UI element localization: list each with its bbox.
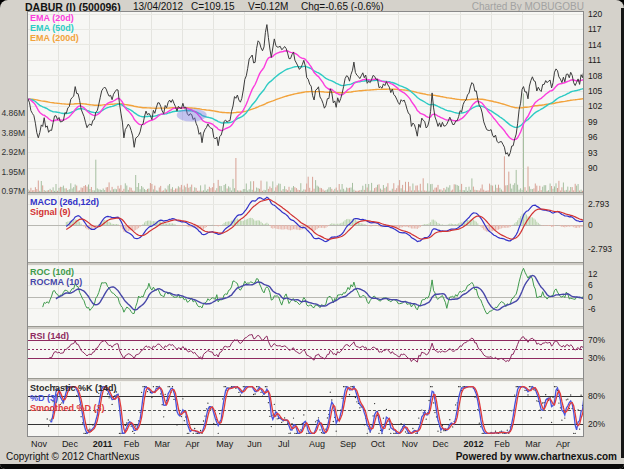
- stochastic-panel[interactable]: Stochastic %K (14d)%D (3)Smoothed %D (3): [28, 382, 584, 436]
- y-tick-label: -2.793: [588, 244, 612, 254]
- quote-change: Chg=-0.65 (-0.6%): [301, 1, 384, 12]
- legend-ema-50d-: EMA (50d): [30, 23, 79, 33]
- y-tick-label: 102: [588, 101, 602, 111]
- x-tick-label-apr: Apr: [185, 439, 199, 449]
- x-tick-label-2011: 2011: [93, 439, 113, 449]
- x-tick-label-nov: Nov: [31, 439, 47, 449]
- y-tick-label: 99: [588, 117, 597, 127]
- volume-tick-label: 2.92M: [0, 147, 25, 157]
- y-tick-label: 105: [588, 86, 602, 96]
- x-tick-label-dec: Dec: [62, 439, 78, 449]
- quote-volume: V=0.12M: [248, 1, 288, 12]
- window-bottom-edge: [0, 464, 624, 469]
- y-tick-label: 120: [588, 9, 602, 19]
- x-tick-label-mar: Mar: [525, 439, 541, 449]
- y-tick-label: 80%: [588, 391, 605, 401]
- y-tick-label: 0: [588, 292, 593, 302]
- chart-header: DABUR (I) (500096) 13/04/2012 C=109.15 V…: [0, 0, 624, 12]
- x-tick-label-jul: Jul: [278, 439, 290, 449]
- y-tick-label: 108: [588, 71, 602, 81]
- y-tick-label: -6: [588, 304, 596, 314]
- x-tick-label-dec: Dec: [433, 439, 449, 449]
- rsi-chart: [28, 330, 584, 378]
- y-tick-label: 90: [588, 163, 597, 173]
- x-tick-label-jun: Jun: [247, 439, 262, 449]
- macd-chart: [28, 196, 584, 262]
- x-tick-label-feb: Feb: [124, 439, 140, 449]
- y-tick-label: 93: [588, 148, 597, 158]
- roc-chart: [28, 266, 584, 326]
- y-tick-label: 117: [588, 24, 602, 34]
- legend-stochastic-k-14d-: Stochastic %K (14d): [30, 383, 117, 393]
- x-tick-label-oct: Oct: [371, 439, 385, 449]
- x-tick-label-sep: Sep: [340, 439, 356, 449]
- macd-legend: MACD (26d,12d)Signal (9): [30, 197, 99, 217]
- volume-tick-label: 0.97M: [0, 186, 25, 196]
- legend-smoothed-d-3-: Smoothed %D (3): [30, 403, 117, 413]
- legend-rsi-14d-: RSI (14d): [30, 331, 69, 341]
- x-tick-label-apr: Apr: [556, 439, 570, 449]
- x-tick-label-mar: Mar: [155, 439, 171, 449]
- panel-splitter[interactable]: [28, 378, 584, 382]
- quote-close: C=109.15: [191, 1, 235, 12]
- legend-roc-10d-: ROC (10d): [30, 267, 82, 277]
- y-tick-label: 114: [588, 40, 602, 50]
- legend--d-3-: %D (3): [30, 393, 117, 403]
- legend-ema-200d-: EMA (200d): [30, 33, 79, 43]
- stochastic-legend: Stochastic %K (14d)%D (3)Smoothed %D (3): [30, 383, 117, 413]
- legend-macd-26d-12d-: MACD (26d,12d): [30, 197, 99, 207]
- roc-legend: ROC (10d)ROCMA (10): [30, 267, 82, 287]
- macd-panel[interactable]: MACD (26d,12d)Signal (9): [28, 196, 584, 262]
- x-tick-label-feb: Feb: [494, 439, 510, 449]
- footer-bar: Copyright © 2012 ChartNexus Powered by w…: [0, 450, 624, 465]
- rsi-panel[interactable]: RSI (14d): [28, 330, 584, 378]
- x-tick-label-aug: Aug: [309, 439, 325, 449]
- volume-tick-label: 1.95M: [0, 167, 25, 177]
- volume-tick-label: 4.86M: [0, 108, 25, 118]
- y-tick-label: 70%: [588, 335, 605, 345]
- copyright-text: Copyright © 2012 ChartNexus: [6, 451, 140, 462]
- y-tick-label: 111: [588, 55, 601, 65]
- quote-date: 13/04/2012: [133, 1, 183, 12]
- y-tick-label: 0: [588, 220, 593, 230]
- panel-splitter[interactable]: [28, 262, 584, 266]
- charted-by-watermark: Charted By MOBUGOBU: [472, 1, 584, 12]
- x-tick-label-may: May: [216, 439, 233, 449]
- price-chart: [28, 12, 584, 192]
- rsi-legend: RSI (14d): [30, 331, 69, 341]
- y-tick-label: 30%: [588, 353, 605, 363]
- legend-ema-20d-: EMA (20d): [30, 13, 79, 23]
- y-tick-label: 20%: [588, 419, 605, 429]
- x-tick-label-2012: 2012: [463, 439, 483, 449]
- legend-signal-9-: Signal (9): [30, 207, 99, 217]
- legend-rocma-10-: ROCMA (10): [30, 277, 82, 287]
- price-legend: EMA (20d)EMA (50d)EMA (200d): [30, 13, 79, 43]
- x-tick-label-nov: Nov: [402, 439, 418, 449]
- panel-splitter[interactable]: [28, 326, 584, 330]
- price-panel[interactable]: EMA (20d)EMA (50d)EMA (200d): [28, 12, 584, 192]
- y-tick-label: 2.793: [588, 199, 609, 209]
- roc-panel[interactable]: ROC (10d)ROCMA (10): [28, 266, 584, 326]
- y-tick-label: 12: [588, 269, 597, 279]
- y-tick-label: 96: [588, 132, 597, 142]
- powered-by-link[interactable]: Powered by www.chartnexus.com: [456, 451, 617, 462]
- volume-tick-label: 3.89M: [0, 128, 25, 138]
- panel-splitter[interactable]: [28, 192, 584, 196]
- chartnexus-window: DABUR (I) (500096) 13/04/2012 C=109.15 V…: [0, 0, 624, 469]
- y-tick-label: 6: [588, 280, 593, 290]
